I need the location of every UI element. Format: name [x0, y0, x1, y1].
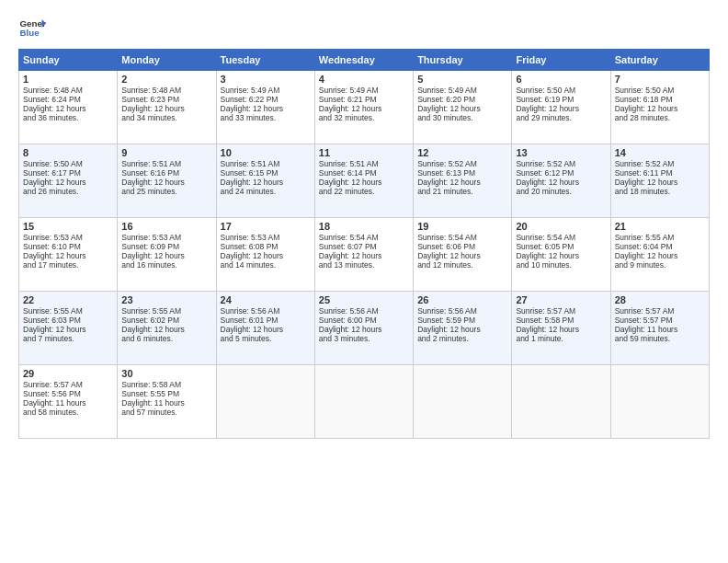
- day-info: Daylight: 11 hours: [23, 398, 113, 408]
- day-info: and 21 minutes.: [417, 187, 507, 196]
- day-info: Sunset: 6:07 PM: [319, 242, 409, 251]
- day-info: Sunset: 6:11 PM: [615, 168, 705, 178]
- day-number: 26: [417, 294, 507, 305]
- day-info: and 18 minutes.: [615, 187, 705, 196]
- day-info: Sunset: 6:17 PM: [23, 168, 113, 178]
- calendar-cell: [216, 365, 314, 439]
- day-number: 13: [516, 147, 606, 158]
- day-info: Daylight: 12 hours: [121, 325, 211, 334]
- day-info: and 57 minutes.: [121, 408, 211, 417]
- day-info: and 2 minutes.: [417, 334, 507, 343]
- day-info: Daylight: 12 hours: [516, 251, 606, 260]
- day-info: Sunset: 6:09 PM: [121, 242, 211, 251]
- page: General Blue SundayMondayTuesdayWednesda…: [0, 0, 728, 563]
- calendar-cell: [610, 365, 709, 439]
- day-info: Daylight: 12 hours: [516, 178, 606, 187]
- col-header-saturday: Saturday: [610, 50, 709, 71]
- day-info: Daylight: 12 hours: [319, 178, 409, 187]
- day-number: 2: [121, 74, 211, 85]
- day-info: and 25 minutes.: [121, 187, 211, 196]
- day-info: Sunset: 6:14 PM: [319, 168, 409, 178]
- day-info: Sunrise: 5:55 AM: [23, 306, 113, 316]
- day-info: and 32 minutes.: [319, 113, 409, 122]
- day-info: Daylight: 12 hours: [221, 104, 311, 113]
- day-number: 11: [319, 147, 409, 158]
- calendar-cell: 4Sunrise: 5:49 AMSunset: 6:21 PMDaylight…: [314, 71, 413, 144]
- day-info: Sunset: 6:13 PM: [417, 168, 507, 178]
- day-number: 22: [23, 294, 113, 305]
- day-info: Sunrise: 5:49 AM: [417, 86, 507, 95]
- col-header-wednesday: Wednesday: [314, 50, 413, 71]
- day-info: and 20 minutes.: [516, 187, 606, 196]
- calendar-cell: 14Sunrise: 5:52 AMSunset: 6:11 PMDayligh…: [610, 144, 709, 218]
- calendar-cell: [314, 365, 413, 439]
- day-number: 14: [615, 147, 705, 158]
- day-number: 8: [23, 147, 113, 158]
- day-number: 18: [319, 221, 409, 232]
- day-info: and 34 minutes.: [121, 113, 211, 122]
- calendar-cell: 17Sunrise: 5:53 AMSunset: 6:08 PMDayligh…: [216, 218, 314, 292]
- day-info: Sunset: 6:03 PM: [23, 316, 113, 325]
- calendar-cell: 6Sunrise: 5:50 AMSunset: 6:19 PMDaylight…: [512, 71, 610, 144]
- day-number: 21: [615, 221, 705, 232]
- day-info: Daylight: 12 hours: [319, 251, 409, 260]
- day-info: Sunset: 6:15 PM: [221, 168, 311, 178]
- day-info: Sunrise: 5:53 AM: [121, 233, 211, 242]
- day-info: Daylight: 12 hours: [23, 325, 113, 334]
- calendar-week-3: 15Sunrise: 5:53 AMSunset: 6:10 PMDayligh…: [19, 218, 710, 292]
- day-number: 4: [319, 74, 409, 85]
- svg-text:Blue: Blue: [20, 28, 40, 38]
- day-info: Sunset: 6:05 PM: [516, 242, 606, 251]
- day-number: 20: [516, 221, 606, 232]
- day-info: and 10 minutes.: [516, 260, 606, 270]
- day-info: Sunset: 5:56 PM: [23, 389, 113, 398]
- calendar-cell: 10Sunrise: 5:51 AMSunset: 6:15 PMDayligh…: [216, 144, 314, 218]
- day-info: Daylight: 12 hours: [516, 325, 606, 334]
- calendar-cell: 2Sunrise: 5:48 AMSunset: 6:23 PMDaylight…: [118, 71, 216, 144]
- day-info: Daylight: 12 hours: [516, 104, 606, 113]
- day-number: 1: [23, 74, 113, 85]
- logo: General Blue: [18, 14, 46, 41]
- calendar-cell: 24Sunrise: 5:56 AMSunset: 6:01 PMDayligh…: [216, 292, 314, 365]
- day-number: 30: [121, 368, 211, 379]
- day-info: and 26 minutes.: [23, 187, 113, 196]
- day-info: and 33 minutes.: [221, 113, 311, 122]
- col-header-monday: Monday: [118, 50, 216, 71]
- day-info: Sunrise: 5:51 AM: [121, 159, 211, 168]
- header: General Blue: [18, 14, 710, 41]
- day-number: 19: [417, 221, 507, 232]
- day-info: Daylight: 12 hours: [417, 325, 507, 334]
- day-info: Sunset: 6:24 PM: [23, 95, 113, 104]
- day-number: 5: [417, 74, 507, 85]
- col-header-sunday: Sunday: [19, 50, 118, 71]
- day-number: 6: [516, 74, 606, 85]
- day-info: Sunrise: 5:48 AM: [121, 86, 211, 95]
- calendar-cell: 30Sunrise: 5:58 AMSunset: 5:55 PMDayligh…: [118, 365, 216, 439]
- day-info: and 1 minute.: [516, 334, 606, 343]
- calendar-cell: 9Sunrise: 5:51 AMSunset: 6:16 PMDaylight…: [118, 144, 216, 218]
- calendar-cell: 13Sunrise: 5:52 AMSunset: 6:12 PMDayligh…: [512, 144, 610, 218]
- col-header-tuesday: Tuesday: [216, 50, 314, 71]
- day-info: Sunset: 6:19 PM: [516, 95, 606, 104]
- day-number: 17: [221, 221, 311, 232]
- day-number: 7: [615, 74, 705, 85]
- calendar-cell: 19Sunrise: 5:54 AMSunset: 6:06 PMDayligh…: [414, 218, 512, 292]
- day-info: Sunrise: 5:49 AM: [221, 86, 311, 95]
- day-info: Sunset: 6:01 PM: [221, 316, 311, 325]
- day-info: Sunrise: 5:52 AM: [516, 159, 606, 168]
- calendar-cell: 20Sunrise: 5:54 AMSunset: 6:05 PMDayligh…: [512, 218, 610, 292]
- calendar-cell: 26Sunrise: 5:56 AMSunset: 5:59 PMDayligh…: [414, 292, 512, 365]
- day-info: Sunrise: 5:49 AM: [319, 86, 409, 95]
- day-info: Sunrise: 5:50 AM: [516, 86, 606, 95]
- day-info: Daylight: 12 hours: [221, 178, 311, 187]
- day-info: Sunset: 5:57 PM: [615, 316, 705, 325]
- day-number: 25: [319, 294, 409, 305]
- day-info: Sunrise: 5:55 AM: [615, 233, 705, 242]
- calendar-cell: 8Sunrise: 5:50 AMSunset: 6:17 PMDaylight…: [19, 144, 118, 218]
- day-info: Sunrise: 5:54 AM: [417, 233, 507, 242]
- day-info: Daylight: 12 hours: [417, 251, 507, 260]
- day-info: and 22 minutes.: [319, 187, 409, 196]
- day-info: Daylight: 12 hours: [417, 178, 507, 187]
- day-number: 28: [615, 294, 705, 305]
- day-info: Sunset: 6:23 PM: [121, 95, 211, 104]
